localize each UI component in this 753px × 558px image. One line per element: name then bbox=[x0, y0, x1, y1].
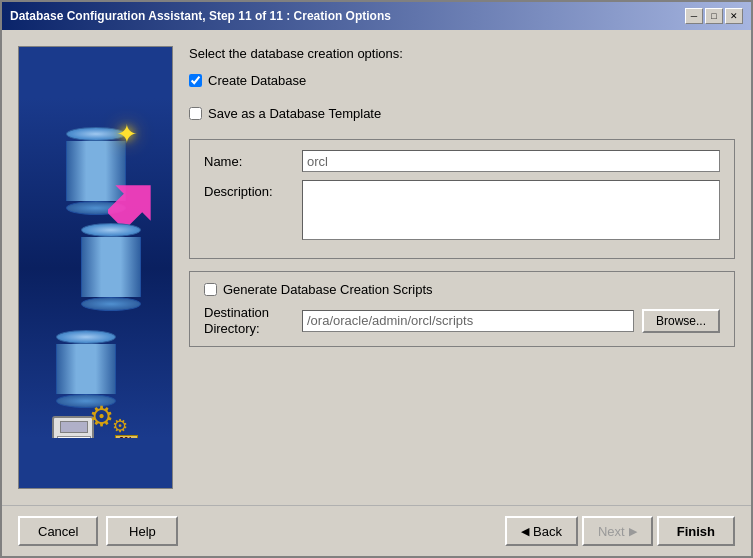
next-arrow-icon: ▶ bbox=[629, 525, 637, 538]
close-button[interactable]: ✕ bbox=[725, 8, 743, 24]
db-illustrations: ✦ bbox=[19, 98, 172, 438]
illustration: ✦ bbox=[19, 98, 172, 438]
cyl-top-2 bbox=[81, 223, 141, 237]
save-template-row: Save as a Database Template bbox=[189, 106, 735, 121]
sql-label: SQL bbox=[115, 435, 137, 437]
footer-left-buttons: Cancel Help bbox=[18, 516, 178, 546]
description-label: Description: bbox=[204, 180, 294, 199]
create-db-label[interactable]: Create Database bbox=[208, 73, 306, 88]
svg-marker-0 bbox=[108, 178, 158, 228]
gear-small-icon: ⚙ bbox=[112, 416, 128, 436]
gear-icon: ⚙ bbox=[89, 401, 114, 432]
create-db-row: Create Database bbox=[189, 73, 735, 88]
cyl-body-2 bbox=[81, 237, 141, 297]
scripts-group: Generate Database Creation Scripts Desti… bbox=[189, 271, 735, 347]
next-label: Next bbox=[598, 524, 625, 539]
finish-button[interactable]: Finish bbox=[657, 516, 735, 546]
cyl-bottom-2 bbox=[81, 297, 141, 311]
back-button[interactable]: ◀ Back bbox=[505, 516, 578, 546]
window-controls: ─ □ ✕ bbox=[685, 8, 743, 24]
mid-db-cylinder bbox=[81, 223, 141, 311]
minimize-button[interactable]: ─ bbox=[685, 8, 703, 24]
window-title: Database Configuration Assistant, Step 1… bbox=[10, 9, 391, 23]
floppy-icon bbox=[52, 416, 94, 438]
cyl-top-3 bbox=[56, 330, 116, 344]
title-bar: Database Configuration Assistant, Step 1… bbox=[2, 2, 751, 30]
section-label: Select the database creation options: bbox=[189, 46, 403, 61]
generate-scripts-row: Generate Database Creation Scripts bbox=[204, 282, 720, 297]
left-illustration-panel: ✦ bbox=[18, 46, 173, 489]
create-db-checkbox[interactable] bbox=[189, 74, 202, 87]
main-window: Database Configuration Assistant, Step 1… bbox=[0, 0, 753, 558]
pink-arrow-container bbox=[108, 178, 158, 228]
template-options-group: Name: Description: bbox=[189, 139, 735, 259]
help-button[interactable]: Help bbox=[106, 516, 178, 546]
floppy-metal bbox=[60, 421, 88, 433]
cancel-button[interactable]: Cancel bbox=[18, 516, 98, 546]
section-heading: Select the database creation options: bbox=[189, 46, 735, 61]
back-label: Back bbox=[533, 524, 562, 539]
save-template-checkbox[interactable] bbox=[189, 107, 202, 120]
generate-scripts-checkbox[interactable] bbox=[204, 283, 217, 296]
footer: Cancel Help ◀ Back Next ▶ Finish bbox=[2, 505, 751, 556]
next-button[interactable]: Next ▶ bbox=[582, 516, 653, 546]
save-template-label[interactable]: Save as a Database Template bbox=[208, 106, 381, 121]
pink-arrow-icon bbox=[108, 178, 158, 228]
footer-right-buttons: ◀ Back Next ▶ Finish bbox=[505, 516, 735, 546]
back-arrow-icon: ◀ bbox=[521, 525, 529, 538]
star-icon: ✦ bbox=[116, 119, 138, 150]
name-label: Name: bbox=[204, 154, 294, 169]
content-area: ✦ bbox=[2, 30, 751, 505]
description-row: Description: bbox=[204, 180, 720, 240]
name-input[interactable] bbox=[302, 150, 720, 172]
destination-input[interactable] bbox=[302, 310, 634, 332]
floppy-label bbox=[57, 436, 91, 438]
generate-scripts-label[interactable]: Generate Database Creation Scripts bbox=[223, 282, 433, 297]
right-panel: Select the database creation options: Cr… bbox=[189, 46, 735, 489]
description-input[interactable] bbox=[302, 180, 720, 240]
name-row: Name: bbox=[204, 150, 720, 172]
gears-container: ⚙ ⚙ bbox=[89, 400, 134, 433]
restore-button[interactable]: □ bbox=[705, 8, 723, 24]
destination-row: DestinationDirectory: Browse... bbox=[204, 305, 720, 336]
cyl-body-3 bbox=[56, 344, 116, 394]
destination-label: DestinationDirectory: bbox=[204, 305, 294, 336]
bot-db-cylinder: ⚙ ⚙ SQL bbox=[56, 330, 116, 408]
browse-button[interactable]: Browse... bbox=[642, 309, 720, 333]
